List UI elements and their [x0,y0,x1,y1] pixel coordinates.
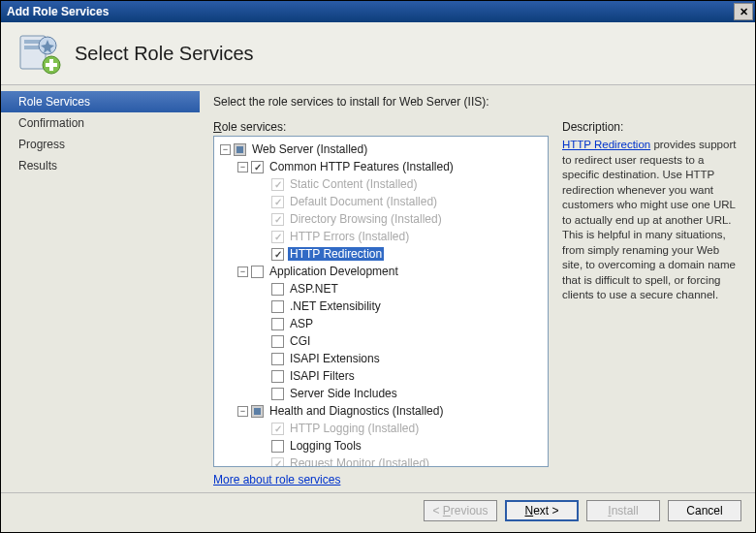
checkbox[interactable] [234,143,246,156]
tree-node-label: CGI [288,334,312,348]
tree-node[interactable]: −Web Server (Installed) [216,141,546,158]
tree-node-label: Web Server (Installed) [250,142,369,156]
tree-node: Directory Browsing (Installed) [216,210,546,228]
checkbox[interactable] [271,440,284,453]
checkbox[interactable] [271,318,284,330]
checkbox[interactable] [251,266,264,278]
tree-node-label: ISAPI Filters [288,369,357,383]
tree-node-label: ISAPI Extensions [288,352,382,365]
tree-node-label: ASP.NET [288,282,340,296]
role-services-label: Role services: [213,120,549,134]
tree-node-label: ASP [288,317,315,330]
tree-node-label: HTTP Logging (Installed) [288,422,421,435]
cancel-button[interactable]: Cancel [668,500,741,521]
tree-node[interactable]: −Application Development [216,263,546,280]
expander-spacer [255,423,268,434]
tree-node-label: Logging Tools [288,439,363,453]
window-title: Add Role Services [7,5,734,18]
tree-node[interactable]: ASP.NET [216,280,546,298]
checkbox [271,231,284,243]
expander-spacer [255,284,268,295]
expander-spacer [255,336,268,347]
expander-spacer [255,319,268,329]
tree-node[interactable]: ISAPI Filters [216,367,546,385]
collapse-icon[interactable]: − [237,266,248,277]
expander-spacer [255,354,268,364]
description-label: Description: [562,120,741,134]
tree-node-label: Directory Browsing (Installed) [288,212,444,226]
checkbox[interactable] [271,370,284,383]
checkbox [271,196,284,208]
tree-node-label: HTTP Redirection [288,247,384,261]
tree-node[interactable]: Server Side Includes [216,385,546,402]
checkbox [271,178,284,191]
expander-spacer [255,232,268,242]
tree-node[interactable]: HTTP Redirection [216,245,546,263]
tree-node-label: HTTP Errors (Installed) [288,230,411,243]
expander-spacer [255,249,268,260]
tree-node-label: Request Monitor (Installed) [288,456,431,467]
tree-node[interactable]: ASP [216,315,546,332]
checkbox[interactable] [271,335,284,348]
tree-node[interactable]: ISAPI Extensions [216,350,546,367]
collapse-icon[interactable]: − [220,144,231,155]
checkbox [271,423,284,435]
tree-node: HTTP Logging (Installed) [216,420,546,437]
tree-node-label: Common HTTP Features (Installed) [268,160,456,173]
tree-node[interactable]: .NET Extensibility [216,298,546,315]
nav-item-results[interactable]: Results [1,155,200,176]
collapse-icon[interactable]: − [237,406,248,417]
checkbox [271,213,284,226]
checkbox[interactable] [251,405,264,418]
tree-node: HTTP Errors (Installed) [216,228,546,245]
tree-node[interactable]: CGI [216,332,546,350]
expander-spacer [255,458,268,468]
title-bar[interactable]: Add Role Services ✕ [1,1,755,22]
more-link[interactable]: More about role services [213,473,549,486]
tree-node-label: .NET Extensibility [288,299,383,313]
expander-spacer [255,301,268,312]
checkbox[interactable] [271,248,284,261]
checkbox[interactable] [271,300,284,313]
nav-item-role-services[interactable]: Role Services [1,91,200,112]
checkbox[interactable] [271,283,284,296]
next-button[interactable]: Next > [505,500,579,521]
instruction-text: Select the role services to install for … [213,95,741,109]
tree-node: Static Content (Installed) [216,175,546,193]
nav-item-confirmation[interactable]: Confirmation [1,112,200,134]
install-button[interactable]: Install [586,500,660,521]
tree-node-label: Server Side Includes [288,387,399,400]
expander-spacer [255,389,268,399]
wizard-nav: Role ServicesConfirmationProgressResults [1,85,200,492]
tree-node[interactable]: Logging Tools [216,437,546,455]
tree-node-label: Default Document (Installed) [288,195,439,208]
server-icon [15,30,61,77]
collapse-icon[interactable]: − [237,162,248,172]
svg-rect-6 [46,63,57,67]
description-link[interactable]: HTTP Redirection [562,139,650,150]
wizard-buttons: < Previous Next > Install Cancel [1,492,755,527]
tree-node-label: Health and Diagnostics (Installed) [268,404,445,418]
description-text: HTTP Redirection provides support to red… [562,138,741,303]
tree-node-label: Application Development [268,265,400,278]
expander-spacer [255,441,268,452]
checkbox[interactable] [251,161,264,173]
expander-spacer [255,197,268,207]
tree-node[interactable]: −Common HTTP Features (Installed) [216,158,546,175]
wizard-header: Select Role Services [1,22,755,85]
expander-spacer [255,179,268,190]
previous-button[interactable]: < Previous [424,500,497,521]
tree-node: Default Document (Installed) [216,193,546,210]
checkbox [271,457,284,468]
expander-spacer [255,214,268,225]
page-title: Select Role Services [75,43,254,65]
expander-spacer [255,371,268,382]
nav-item-progress[interactable]: Progress [1,134,200,155]
checkbox[interactable] [271,388,284,400]
close-icon[interactable]: ✕ [734,3,753,20]
checkbox[interactable] [271,353,284,365]
tree-node[interactable]: −Health and Diagnostics (Installed) [216,402,546,420]
tree-node: Request Monitor (Installed) [216,455,546,467]
role-services-tree[interactable]: −Web Server (Installed)−Common HTTP Feat… [213,136,549,467]
tree-node-label: Static Content (Installed) [288,177,419,191]
